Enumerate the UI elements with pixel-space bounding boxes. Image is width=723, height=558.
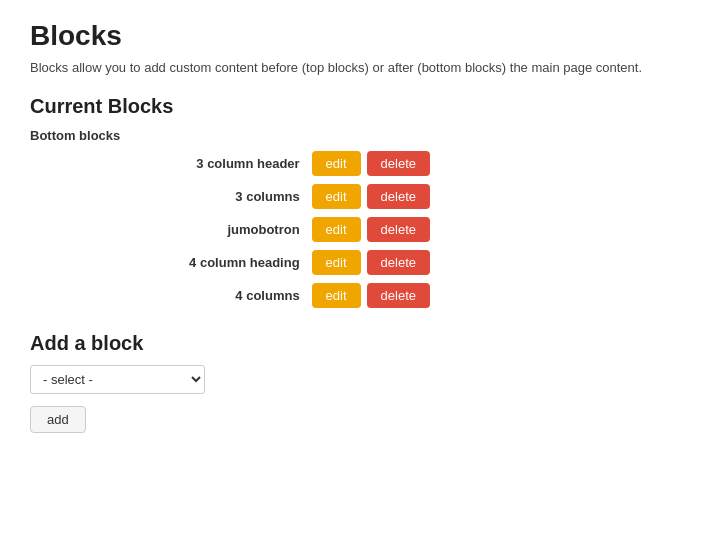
edit-button-1[interactable]: edit: [312, 151, 361, 176]
block-name-5: 4 columns: [50, 288, 312, 303]
current-blocks-heading: Current Blocks: [30, 95, 693, 118]
table-row: jumobotron edit delete: [50, 217, 430, 242]
add-block-heading: Add a block: [30, 332, 693, 355]
table-row: 4 columns edit delete: [50, 283, 430, 308]
block-name-2: 3 columns: [50, 189, 312, 204]
page-title: Blocks: [30, 20, 693, 52]
edit-button-5[interactable]: edit: [312, 283, 361, 308]
blocks-list: 3 column header edit delete 3 columns ed…: [50, 151, 693, 308]
delete-button-4[interactable]: delete: [367, 250, 430, 275]
delete-button-3[interactable]: delete: [367, 217, 430, 242]
block-name-1: 3 column header: [50, 156, 312, 171]
bottom-blocks-label: Bottom blocks: [30, 128, 693, 143]
edit-button-2[interactable]: edit: [312, 184, 361, 209]
edit-button-3[interactable]: edit: [312, 217, 361, 242]
block-name-4: 4 column heading: [50, 255, 312, 270]
table-row: 3 columns edit delete: [50, 184, 430, 209]
select-wrapper: - select - top block bottom block: [30, 365, 693, 394]
table-row: 3 column header edit delete: [50, 151, 430, 176]
delete-button-1[interactable]: delete: [367, 151, 430, 176]
edit-button-4[interactable]: edit: [312, 250, 361, 275]
delete-button-5[interactable]: delete: [367, 283, 430, 308]
delete-button-2[interactable]: delete: [367, 184, 430, 209]
add-block-section: Add a block - select - top block bottom …: [30, 332, 693, 433]
block-name-3: jumobotron: [50, 222, 312, 237]
table-row: 4 column heading edit delete: [50, 250, 430, 275]
page-description: Blocks allow you to add custom content b…: [30, 60, 693, 75]
block-type-select[interactable]: - select - top block bottom block: [30, 365, 205, 394]
add-button[interactable]: add: [30, 406, 86, 433]
